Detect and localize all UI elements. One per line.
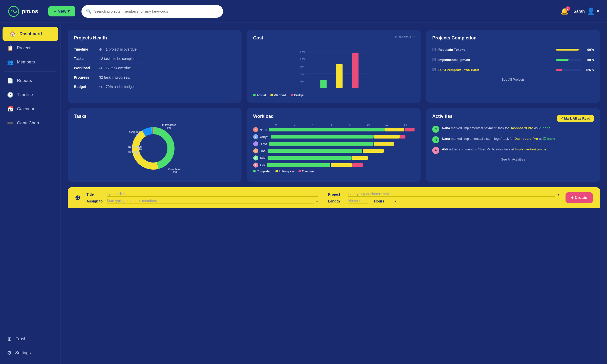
workload-row-lina: LLina (253, 148, 415, 153)
create-button[interactable]: + Create (566, 192, 593, 203)
sidebar-item-projects[interactable]: 📋 Projects (0, 41, 60, 55)
quick-add-length-input[interactable] (348, 199, 368, 203)
tasks-donut: In Progress697 Completed696 Assigned287 … (128, 123, 181, 176)
health-val-progress: 32 task in progress. (99, 75, 130, 79)
health-label-tasks: Tasks (74, 57, 97, 61)
sidebar-item-timeline[interactable]: 🕐 Timeline (0, 88, 60, 102)
activities-header: Activities ✓ Mark All as Read (432, 114, 594, 123)
donut-label-overdue: Overdue16 (128, 150, 138, 156)
sidebar-label-members: Members (17, 60, 35, 65)
cost-chart: 0 250 500 750 1,000 1,250 (253, 45, 415, 90)
sidebar-label-trash: Trash (16, 336, 27, 342)
svg-point-21 (139, 134, 167, 162)
mark-all-button[interactable]: ✓ Mark All as Read (557, 115, 594, 122)
sidebar-item-calendar[interactable]: 📅 Calendar (0, 102, 60, 116)
main-layout: 🏠 Dashboard 📋 Projects 👥 Members 📄 Repor… (0, 23, 607, 364)
quick-add-title-field: Title (86, 192, 318, 197)
projects-completion-title: Projects Completion (432, 35, 594, 41)
sidebar-item-gantt[interactable]: ➖ Gantt Chart (0, 116, 60, 130)
health-row-workload: Workload ⊙ 17 task overdue. (74, 63, 235, 73)
quick-add-length-field: Length Hours ▾ (328, 199, 559, 203)
user-icon: 👤 (587, 7, 595, 15)
user-name: Sarah (574, 9, 585, 14)
budget-icon: ⊙ (99, 85, 102, 89)
logo: pm.os (8, 6, 38, 17)
workload-row-toni: TToni (253, 155, 415, 161)
activity-avatar-2: N (432, 136, 439, 143)
svg-text:500: 500 (300, 73, 304, 76)
workload-title: Workload (253, 114, 415, 119)
clock-icon: 🕐 (7, 92, 13, 98)
health-label-workload: Workload (74, 66, 97, 70)
completion-item-3: ☑ DJKI Pemprov Jawa-Barat +25% (432, 65, 594, 75)
search-input[interactable] (94, 9, 219, 13)
workload-axis: 0 2 4 6 8 10 12 14 (253, 123, 415, 126)
completion-name-2: Implementasi pm.os (438, 58, 553, 62)
quick-add-plus-icon[interactable]: ⊕ (75, 194, 80, 202)
notification-badge: 2 (566, 6, 570, 11)
quick-add-assign-field: Assign to ▾ (86, 199, 318, 203)
activity-item-3: A Aldi added comment on 'User Verificati… (432, 147, 594, 154)
quick-add-project-label: Project (328, 192, 346, 196)
quick-add-title-input[interactable] (107, 192, 318, 197)
sidebar-item-reports[interactable]: 📄 Reports (0, 74, 60, 88)
assign-dropdown-icon[interactable]: ▾ (316, 199, 318, 203)
tasks-title: Tasks (74, 114, 235, 119)
legend-actual: Actual (253, 93, 266, 97)
tasks-card: Tasks (68, 108, 242, 182)
gantt-icon: ➖ (7, 120, 13, 126)
hours-dropdown-icon[interactable]: ▾ (394, 199, 396, 203)
completion-item-1: ☑ Redesain Tokoko 90% (432, 45, 594, 55)
svg-text:250: 250 (300, 80, 304, 83)
health-row-timeline: Timeline ⊙ 1 project is overdue. (74, 45, 235, 54)
user-menu[interactable]: Sarah 👤 ▾ (574, 7, 599, 15)
quick-add-bar: ⊕ Title Project ▾ Assign to ▾ Length (68, 187, 600, 208)
sidebar-label-calendar: Calendar (17, 106, 34, 111)
completion-pct-1: 90% (584, 48, 594, 52)
gear-icon: ⚙ (7, 350, 12, 356)
sidebar-item-settings[interactable]: ⚙ Settings (0, 346, 60, 360)
health-val-tasks: 12 tasks to be completed. (99, 57, 140, 61)
completion-item-2: ☑ Implementasi pm.os 50% (432, 55, 594, 65)
see-all-projects[interactable]: See All Projects (432, 78, 594, 81)
new-button[interactable]: + New ▾ (48, 6, 75, 16)
quick-add-title-label: Title (86, 192, 104, 196)
sidebar-item-dashboard[interactable]: 🏠 Dashboard (3, 27, 58, 41)
quick-add-assign-input[interactable] (107, 199, 314, 203)
workload-card: Workload 0 2 4 6 8 10 12 14 NNana (247, 108, 421, 182)
activity-text-3: Aldi added comment on 'User Verification… (442, 147, 594, 154)
content-area: Projects Health Timeline ⊙ 1 project is … (61, 23, 607, 364)
sidebar-item-members[interactable]: 👥 Members (0, 55, 60, 69)
health-row-budget: Budget ⊙ 70% under budget. (74, 82, 235, 91)
project-dropdown-icon[interactable]: ▾ (558, 192, 559, 196)
health-label-timeline: Timeline (74, 47, 97, 51)
donut-label-inprogress: In Progress697 (162, 124, 176, 129)
donut-label-notstarted: Not Started98 (128, 145, 142, 151)
check-icon-1: ☑ (432, 47, 436, 52)
quick-add-project-field: Project ▾ (328, 192, 559, 197)
projects-health-card: Projects Health Timeline ⊙ 1 project is … (68, 30, 242, 103)
search-bar: 🔍 (81, 5, 223, 18)
see-all-activities[interactable]: See All Activities (432, 157, 594, 161)
quick-add-assign-label: Assign to (86, 199, 104, 203)
progress-bar-2 (556, 59, 581, 61)
svg-text:1,250: 1,250 (300, 51, 306, 53)
legend-budget: Budget (291, 93, 305, 97)
svg-rect-14 (336, 64, 342, 88)
workload-warning-icon: ⊙ (99, 66, 102, 70)
health-val-workload: 17 task overdue. (106, 66, 132, 70)
legend-planned: Planned (270, 93, 286, 97)
health-val-timeline: 1 project is overdue. (106, 47, 138, 51)
svg-text:0: 0 (300, 87, 301, 90)
donut-label-assigned: Assigned287 (128, 131, 140, 136)
row-1: Projects Health Timeline ⊙ 1 project is … (68, 30, 600, 103)
notification-button[interactable]: 🔔 2 (560, 7, 569, 15)
quick-add-project-input[interactable] (348, 192, 555, 197)
sidebar-label-dashboard: Dashboard (19, 31, 42, 36)
quick-add-grid: Title Project ▾ Assign to ▾ Length Hours (86, 192, 559, 203)
completion-pct-3: +25% (584, 68, 594, 72)
quick-add-length-label: Length (328, 199, 346, 203)
sidebar-item-trash[interactable]: 🗑 Trash (0, 332, 60, 346)
activity-text-1: Nana marked 'Implementasi payment' task … (442, 126, 594, 133)
cost-title: Cost (253, 35, 415, 41)
